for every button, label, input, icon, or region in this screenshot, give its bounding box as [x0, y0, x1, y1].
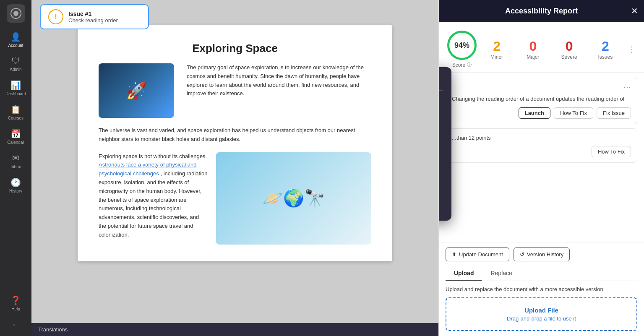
- score-info-icon[interactable]: ⓘ: [467, 62, 472, 68]
- accessibility-report-panel: Accessibility Report ✕ 94% Score ⓘ 2 Min…: [438, 0, 644, 336]
- sidebar-item-admin[interactable]: 🛡 Admin: [0, 54, 31, 74]
- upload-zone-sub: Drag-and-drop a file to use it: [455, 315, 628, 322]
- issue-banner[interactable]: ! Issue #1 Check reading order: [40, 4, 149, 29]
- score-label-row: Score ⓘ: [452, 62, 472, 68]
- svg-point-1: [13, 11, 18, 16]
- back-icon: ←: [12, 320, 20, 329]
- bottom-row: ⬆ Update Document ↺ Version History: [446, 247, 637, 261]
- close-button[interactable]: ✕: [631, 6, 638, 16]
- sidebar-bottom: ❓ Help ←: [10, 293, 21, 332]
- sidebar-label-dashboard: Dashboard: [5, 91, 26, 96]
- panel-title: Accessibility Report: [505, 7, 578, 15]
- severe-count: 0: [566, 39, 573, 54]
- issues-badge: 2 Issues: [589, 39, 621, 60]
- version-history-button[interactable]: ↺ Version History: [514, 247, 570, 261]
- doc-row-2: Exploring space is not without its chall…: [99, 152, 371, 245]
- doc-paragraph-3: Exploring space is not without its chall…: [99, 152, 208, 240]
- upload-zone-title: Upload File: [455, 307, 628, 314]
- doc-image-planets: 🪐🌍🔭: [216, 152, 371, 245]
- sidebar-item-calendar[interactable]: 📅 Calendar: [0, 126, 31, 147]
- issue-card-1-desc: Changing the reading order of a document…: [452, 95, 631, 103]
- minor-label: Minor: [490, 54, 503, 60]
- score-value: 94%: [454, 41, 469, 50]
- score-circle: 94%: [447, 31, 477, 60]
- score-row: 94% Score ⓘ 2 Minor 0 Major 0 Severe 2 I…: [439, 22, 644, 73]
- issue-number: Issue #1: [68, 10, 118, 17]
- sidebar-label-admin: Admin: [10, 67, 21, 72]
- bottom-section: ⬆ Update Document ↺ Version History Uplo…: [439, 242, 644, 336]
- breakdown-note: Note: Not all issue types are weighed eq…: [438, 206, 443, 212]
- issue-card-2-desc: ...than 12 points: [452, 134, 631, 142]
- breakdown-desc: The Accessibility Score of 94% was calcu…: [438, 96, 443, 115]
- upload-description: Upload and replace the document with a m…: [446, 286, 637, 292]
- issue-warning-icon: !: [48, 9, 63, 24]
- how-to-fix-button-1[interactable]: How To Fix: [554, 107, 593, 119]
- score-label: Score: [452, 62, 465, 68]
- panel-header: Accessibility Report ✕: [439, 0, 644, 22]
- upload-tabs: Upload Replace: [446, 266, 637, 281]
- sidebar-item-inbox[interactable]: ✉ Inbox: [0, 151, 31, 172]
- fix-issue-button-1[interactable]: Fix Issue: [597, 107, 631, 119]
- doc-image-space: 🚀: [99, 63, 174, 118]
- admin-icon: 🛡: [12, 56, 20, 66]
- upload-icon: ⬆: [452, 251, 456, 258]
- sidebar-label-account: Account: [8, 43, 23, 48]
- calculation-breakdown: Calculation Breakdown The Accessibility …: [438, 67, 451, 221]
- version-history-label: Version History: [527, 251, 563, 258]
- help-icon: ❓: [10, 295, 21, 305]
- breakdown-major-item: ⚠ Major Issues: 0: [438, 164, 443, 179]
- tab-upload[interactable]: Upload: [446, 266, 482, 281]
- sidebar-item-back[interactable]: ←: [10, 317, 21, 332]
- sidebar-label-inbox: Inbox: [10, 164, 21, 169]
- app-logo: [7, 4, 25, 23]
- update-document-button[interactable]: ⬆ Update Document: [446, 247, 509, 261]
- issue-card-1-top: ⋯: [452, 82, 631, 91]
- launch-button[interactable]: Launch: [519, 107, 550, 119]
- how-to-fix-button-2[interactable]: How To Fix: [592, 146, 631, 157]
- sidebar-item-account[interactable]: 👤 Account: [0, 29, 31, 50]
- dashboard-icon: 📊: [10, 80, 21, 90]
- doc-row-1: 🚀 The primary goal of space exploration …: [99, 63, 371, 118]
- major-label: Major: [527, 54, 539, 60]
- courses-icon: 📋: [10, 104, 21, 115]
- breakdown-tests-item: ☑ Accessibility Tests Performed: 21: [438, 122, 443, 137]
- issues-label: Issues: [598, 54, 613, 60]
- doc-para3-end: , including radiation exposure, isolatio…: [99, 170, 207, 238]
- breakdown-minor-item: ! Minor Issues: 2: [438, 143, 443, 158]
- sidebar-item-history[interactable]: 🕐 History: [0, 175, 31, 196]
- upload-drop-zone[interactable]: Upload File Drag-and-drop a file to use …: [446, 297, 637, 331]
- sidebar: 👤 Account 🛡 Admin 📊 Dashboard 📋 Courses …: [0, 0, 31, 336]
- issue-card-1-more-icon[interactable]: ⋯: [623, 82, 631, 91]
- minor-count: 2: [493, 39, 501, 54]
- major-badge: 0 Major: [517, 39, 549, 60]
- issue-card-1-actions: Launch How To Fix Fix Issue: [452, 107, 631, 119]
- issue-card-2-actions: How To Fix: [452, 146, 631, 157]
- history-icon: 🕐: [10, 177, 21, 188]
- issue-subtitle: Check reading order: [68, 17, 118, 23]
- severe-badge: 0 Severe: [553, 39, 585, 60]
- version-icon: ↺: [520, 251, 524, 258]
- calendar-icon: 📅: [10, 129, 21, 139]
- translations-label: Translations: [38, 326, 68, 333]
- issues-area: ⋯ Changing the reading order of a docume…: [439, 73, 644, 242]
- sidebar-label-calendar: Calendar: [7, 140, 24, 145]
- minor-badge: 2 Minor: [481, 39, 513, 60]
- issue-card-1: ⋯ Changing the reading order of a docume…: [446, 77, 637, 124]
- doc-para3-start: Exploring space is not without its chall…: [99, 153, 207, 159]
- doc-paragraph-1: The primary goal of space exploration is…: [187, 63, 371, 98]
- translations-bar: Translations: [31, 323, 438, 336]
- sidebar-label-help: Help: [11, 307, 20, 311]
- more-options-icon[interactable]: ⋮: [627, 44, 636, 55]
- document-page: Exploring Space 🚀 The primary goal of sp…: [78, 25, 392, 261]
- sidebar-item-help[interactable]: ❓ Help: [10, 293, 21, 314]
- document-area: ! Issue #1 Check reading order Exploring…: [31, 0, 438, 336]
- tab-replace[interactable]: Replace: [482, 266, 520, 281]
- breakdown-severe-item: ⊗ Severe Issues: 0: [438, 185, 443, 200]
- breakdown-divider: [438, 90, 443, 91]
- major-count: 0: [529, 39, 537, 54]
- issues-count: 2: [602, 39, 609, 54]
- sidebar-item-dashboard[interactable]: 📊 Dashboard: [0, 78, 31, 99]
- sidebar-item-courses[interactable]: 📋 Courses: [0, 102, 31, 123]
- severe-label: Severe: [561, 54, 577, 60]
- issue-text-block: Issue #1 Check reading order: [68, 10, 118, 23]
